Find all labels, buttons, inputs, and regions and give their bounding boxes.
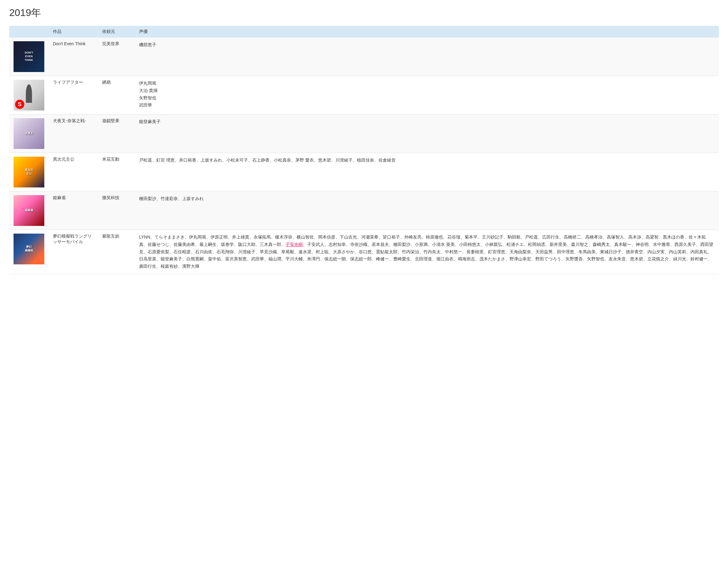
- client-name: 紫龍互娯: [102, 234, 119, 239]
- client-name: 米花互動: [102, 157, 119, 162]
- voice-actors: 種田梨沙、竹達彩奈、上坂すみれ: [139, 196, 204, 201]
- table-row: 夢幻模擬戦夢幻模擬戦ラングリッサーモバイル紫龍互娯LYNN、てらそままさき、伊丸…: [9, 230, 719, 274]
- thumb-figure: [26, 84, 32, 103]
- title-cell-life-after: ライフアフター: [49, 76, 98, 114]
- thumbnail-image-dont-even-think: DON'TEVENTHINK: [14, 41, 44, 72]
- year-heading: 2019年: [9, 6, 719, 20]
- work-title: ライフアフター: [53, 80, 83, 85]
- table-row: 姫麻雀姫麻雀微笑科技種田梨沙、竹達彩奈、上坂すみれ: [9, 192, 719, 230]
- thumbnail-image-life-after: S: [14, 80, 44, 110]
- col-header-title: 作品: [49, 26, 98, 38]
- voice-actors: 磯部恵子: [139, 42, 156, 47]
- work-title: 夢幻模擬戦ラングリッサーモバイル: [53, 234, 92, 244]
- thumb-text: 夢幻模擬戦: [24, 244, 34, 254]
- voice-cell-himejan: 種田梨沙、竹達彩奈、上坂すみれ: [135, 192, 719, 230]
- title-cell-mugen: 夢幻模擬戦ラングリッサーモバイル: [49, 230, 98, 274]
- voice-cell-isekai: 戸松遥、釘宮 理恵、井口裕香、上坂すみれ、小松未可子、石上静香、小松真奈、茅野 …: [135, 153, 719, 192]
- voice-cell-mugen: LYNN、てらそままさき、伊丸岡篤、伊原正明、井上雄貴、永塚拓馬、榎木淳弥、横山…: [135, 230, 719, 274]
- client-cell-mugen: 紫龍互娯: [98, 230, 135, 274]
- thumbnail-cell-dont-even-think: DON'TEVENTHINK: [9, 38, 49, 76]
- thumbnail-cell-isekai: 異次元主公: [9, 153, 49, 192]
- thumbnail-image-himejan: 姫麻雀: [14, 195, 44, 226]
- netease-icon: S: [18, 101, 22, 108]
- client-name: 微笑科技: [102, 195, 119, 200]
- work-title: Don't Even Think: [53, 41, 85, 46]
- table-row: 犬夜叉犬夜叉-奈落之戦-遊戯堅果能登麻美子: [9, 114, 719, 153]
- thumbnail-cell-life-after: S: [9, 76, 49, 114]
- client-name: 完美世界: [102, 41, 119, 46]
- client-name: 網易: [102, 80, 111, 85]
- thumb-inner: S: [14, 80, 44, 110]
- work-title: 姫麻雀: [53, 195, 66, 200]
- client-cell-isekai: 米花互動: [98, 153, 135, 192]
- title-cell-dont-even-think: Don't Even Think: [49, 38, 98, 76]
- thumb-logo: S: [15, 100, 24, 109]
- thumbnail-image-isekai: 異次元主公: [14, 157, 44, 188]
- thumb-text: 異次元主公: [24, 167, 34, 177]
- voice-cell-dont-even-think: 磯部恵子: [135, 38, 719, 76]
- voice-cell-life-after: 伊丸岡篤大泊 貴揮矢野智也武田華: [135, 76, 719, 114]
- work-title: 異次元主公: [53, 157, 74, 162]
- voice-actors: 伊丸岡篤大泊 貴揮矢野智也武田華: [139, 81, 157, 107]
- thumbnail-cell-mugen: 夢幻模擬戦: [9, 230, 49, 274]
- thumbnail-image-inuyasha: 犬夜叉: [14, 118, 44, 149]
- title-cell-himejan: 姫麻雀: [49, 192, 98, 230]
- thumb-text: 犬夜叉: [24, 130, 34, 136]
- voice-actors: 戸松遥、釘宮 理恵、井口裕香、上坂すみれ、小松未可子、石上静香、小松真奈、茅野 …: [139, 158, 396, 163]
- voice-link[interactable]: 子安光樹: [286, 242, 303, 247]
- client-cell-life-after: 網易: [98, 76, 135, 114]
- col-header-voice: 声優: [135, 26, 719, 38]
- client-name: 遊戯堅果: [102, 118, 119, 123]
- title-cell-isekai: 異次元主公: [49, 153, 98, 192]
- table-row: 異次元主公異次元主公米花互動戸松遥、釘宮 理恵、井口裕香、上坂すみれ、小松未可子…: [9, 153, 719, 192]
- work-title: 犬夜叉-奈落之戦-: [53, 118, 86, 123]
- table-header-row: 作品 依頼元 声優: [9, 26, 719, 38]
- table-row: DON'TEVENTHINKDon't Even Think完美世界磯部恵子: [9, 38, 719, 76]
- thumbnail-image-mugen: 夢幻模擬戦: [14, 234, 44, 264]
- client-cell-inuyasha: 遊戯堅果: [98, 114, 135, 153]
- client-cell-dont-even-think: 完美世界: [98, 38, 135, 76]
- voice-cell-inuyasha: 能登麻美子: [135, 114, 719, 153]
- thumb-text: 姫麻雀: [24, 208, 34, 214]
- table-row: Sライフアフター網易伊丸岡篤大泊 貴揮矢野智也武田華: [9, 76, 719, 114]
- thumbnail-cell-himejan: 姫麻雀: [9, 192, 49, 230]
- thumb-text: DON'TEVENTHINK: [23, 50, 34, 63]
- col-header-client: 依頼元: [98, 26, 135, 38]
- client-cell-himejan: 微笑科技: [98, 192, 135, 230]
- thumbnail-cell-inuyasha: 犬夜叉: [9, 114, 49, 153]
- works-table: 作品 依頼元 声優 DON'TEVENTHINKDon't Even Think…: [9, 26, 719, 274]
- col-header-thumbnail: [9, 26, 49, 38]
- voice-actors: 能登麻美子: [139, 119, 160, 124]
- title-cell-inuyasha: 犬夜叉-奈落之戦-: [49, 114, 98, 153]
